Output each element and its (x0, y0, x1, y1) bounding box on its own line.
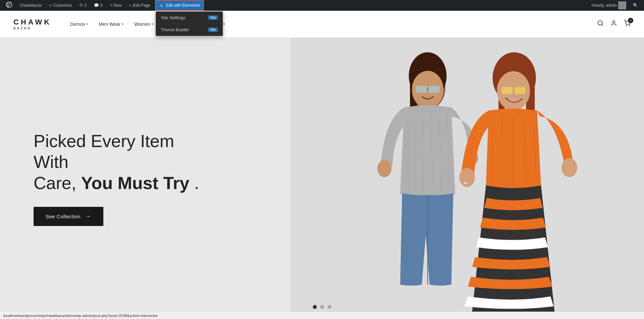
site-settings-label: Site Settings (161, 15, 185, 20)
nav-demos-chevron: ▾ (86, 22, 88, 26)
see-collection-arrow: → (85, 213, 92, 220)
svg-rect-29 (514, 87, 525, 94)
logo-top: CHAWK (13, 18, 51, 27)
hero-title-dot: . (189, 173, 199, 193)
comments-icon: 💬 (94, 3, 99, 8)
edit-page-label: Edit Page (133, 3, 150, 8)
nav-men-wear[interactable]: Men Wear ▾ (93, 11, 129, 38)
logo-bottom: BAZAR (13, 27, 51, 30)
howdy-label: Howdy, admin (592, 3, 617, 8)
header-search-icon[interactable] (597, 20, 604, 28)
customize-label: Customize (53, 3, 72, 8)
nav-women-label: Women (134, 21, 150, 27)
carousel-dot-1[interactable] (313, 305, 317, 309)
theme-builder-badge: Site (208, 28, 218, 32)
nav-women[interactable]: Women ▾ (129, 11, 159, 38)
svg-rect-11 (416, 86, 427, 93)
hero-title-line1: Picked Every Item With (34, 131, 174, 172)
header-icons: 0 (597, 20, 631, 28)
site-name-label: Chawkbazar (19, 3, 42, 8)
customize-icon: ✏ (49, 4, 52, 7)
elementor-label: Edit with Elementor (166, 3, 200, 8)
site-settings-badge: Site (208, 15, 218, 20)
status-bar: localhost/wordpress/redq/chawkbazar/demo… (0, 312, 644, 319)
see-collection-button[interactable]: See Collection → (34, 207, 103, 226)
comments-item[interactable]: 💬 0 (91, 0, 105, 11)
nav-demos-label: Demos (70, 21, 85, 27)
site-settings-item[interactable]: Site Settings Site (156, 12, 222, 24)
revisions-count: 2 (84, 3, 87, 8)
revisions-item[interactable]: ⟳ 2 (77, 0, 89, 11)
hero-title-bold: You Must Try (81, 173, 190, 193)
svg-point-20 (377, 160, 391, 177)
svg-line-2 (602, 25, 603, 26)
new-item[interactable]: + New (107, 0, 124, 11)
hero-content: Picked Every Item With Care, You Must Tr… (0, 131, 201, 226)
nav-demos[interactable]: Demos ▾ (65, 11, 93, 38)
hero-image (290, 38, 644, 319)
theme-builder-label: Theme Builder (161, 27, 189, 32)
site-name-item[interactable]: Chawkbazar (17, 0, 45, 11)
carousel-dot-2[interactable] (320, 305, 324, 309)
header-account-icon[interactable] (610, 20, 617, 28)
nav-women-chevron: ▾ (152, 22, 153, 26)
admin-avatar (618, 1, 626, 9)
howdy-item[interactable]: Howdy, admin (589, 1, 629, 9)
elementor-dropdown: Site Settings Site Theme Builder Site (156, 11, 223, 36)
svg-rect-38 (464, 182, 467, 184)
edit-with-elementor-item[interactable]: e Edit with Elementor Site Settings Site… (155, 0, 204, 11)
adminbar-right: Howdy, admin 🔍 (589, 1, 641, 9)
elementor-icon: e (158, 2, 164, 8)
hero-title: Picked Every Item With Care, You Must Tr… (34, 131, 201, 193)
edit-icon: ✏ (129, 4, 132, 7)
adminbar-search-icon: 🔍 (633, 3, 638, 8)
revisions-icon: ⟳ (80, 3, 83, 8)
comments-count: 0 (100, 3, 103, 8)
svg-point-36 (459, 168, 475, 187)
svg-rect-28 (501, 87, 512, 94)
nav-men-wear-label: Men Wear (99, 21, 120, 27)
site-header: CHAWK BAZAR Demos ▾ Men Wear ▾ Women ▾ r… (0, 11, 644, 38)
nav-pages-chevron: ▾ (223, 22, 225, 26)
wp-logo-icon (6, 2, 12, 9)
customize-item[interactable]: ✏ Customize (47, 0, 75, 11)
svg-point-37 (561, 158, 577, 177)
wp-logo-item[interactable] (3, 0, 15, 11)
svg-rect-12 (428, 86, 439, 93)
adminbar-search-item[interactable]: 🔍 (630, 3, 641, 8)
carousel-dot-3[interactable] (328, 305, 332, 309)
theme-builder-item[interactable]: Theme Builder Site (156, 24, 222, 36)
svg-point-5 (629, 26, 630, 26)
site-navigation: Demos ▾ Men Wear ▾ Women ▾ rts ▾ Search … (65, 11, 597, 38)
nav-men-wear-chevron: ▾ (122, 22, 123, 26)
carousel-dots (313, 305, 332, 309)
svg-point-1 (598, 21, 602, 25)
svg-point-3 (613, 21, 615, 23)
status-url: localhost/wordpress/redq/chawkbazar/demo… (3, 314, 158, 318)
admin-bar: Chawkbazar ✏ Customize ⟳ 2 💬 0 + New ✏ E… (0, 0, 644, 11)
site-logo[interactable]: CHAWK BAZAR (13, 18, 51, 30)
svg-point-4 (626, 26, 627, 26)
edit-page-item[interactable]: ✏ Edit Page (126, 0, 153, 11)
hero-section: Hover this area Picked Every Item With C… (0, 38, 644, 319)
header-cart-icon[interactable]: 0 (624, 20, 631, 28)
cart-count: 0 (628, 18, 633, 23)
hero-title-line2-normal: Care, (34, 173, 81, 193)
svg-rect-39 (290, 38, 337, 319)
new-label: + New (110, 3, 121, 8)
see-collection-label: See Collection (46, 214, 81, 219)
